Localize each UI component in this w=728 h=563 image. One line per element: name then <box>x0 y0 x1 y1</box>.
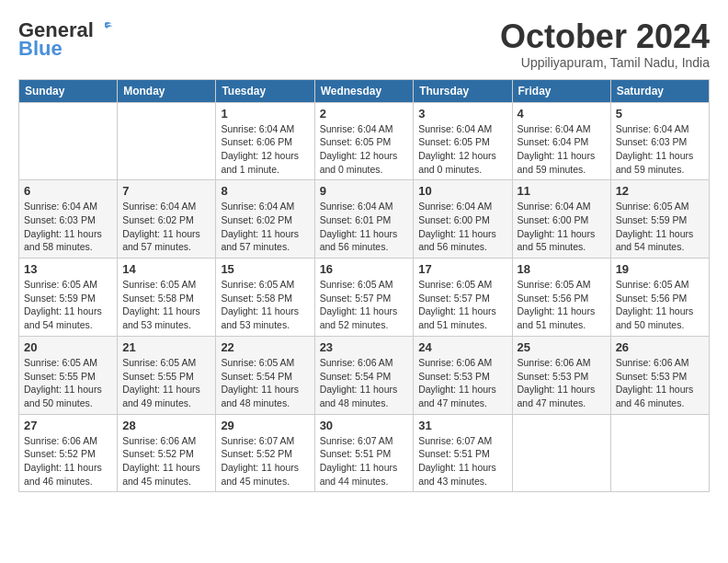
calendar-cell: 24Sunrise: 6:06 AM Sunset: 5:53 PM Dayli… <box>414 336 512 414</box>
calendar-cell: 19Sunrise: 6:05 AM Sunset: 5:56 PM Dayli… <box>610 259 709 337</box>
calendar-cell: 31Sunrise: 6:07 AM Sunset: 5:51 PM Dayli… <box>414 414 512 492</box>
logo-bird-icon <box>96 21 114 36</box>
day-number: 29 <box>221 419 309 432</box>
calendar-cell <box>610 414 709 492</box>
day-number: 22 <box>221 340 309 354</box>
day-info: Sunrise: 6:04 AM Sunset: 6:02 PM Dayligh… <box>122 200 210 254</box>
day-number: 4 <box>518 107 606 121</box>
day-info: Sunrise: 6:05 AM Sunset: 5:58 PM Dayligh… <box>122 278 210 332</box>
calendar-cell: 13Sunrise: 6:05 AM Sunset: 5:59 PM Dayli… <box>19 259 118 337</box>
calendar-cell: 26Sunrise: 6:06 AM Sunset: 5:53 PM Dayli… <box>610 336 709 414</box>
calendar-cell: 8Sunrise: 6:04 AM Sunset: 6:02 PM Daylig… <box>216 180 314 259</box>
calendar-cell <box>512 414 610 492</box>
day-info: Sunrise: 6:04 AM Sunset: 6:00 PM Dayligh… <box>518 200 606 254</box>
day-number: 6 <box>24 184 112 198</box>
day-number: 15 <box>221 262 309 276</box>
calendar-cell: 27Sunrise: 6:06 AM Sunset: 5:52 PM Dayli… <box>19 414 118 492</box>
day-info: Sunrise: 6:04 AM Sunset: 6:02 PM Dayligh… <box>221 200 309 254</box>
day-number: 24 <box>418 340 506 354</box>
calendar-cell: 5Sunrise: 6:04 AM Sunset: 6:03 PM Daylig… <box>610 102 709 180</box>
day-info: Sunrise: 6:04 AM Sunset: 6:06 PM Dayligh… <box>221 122 309 177</box>
calendar-cell: 9Sunrise: 6:04 AM Sunset: 6:01 PM Daylig… <box>314 180 414 259</box>
weekday-header-monday: Monday <box>118 79 216 102</box>
title-block: October 2024 Uppiliyapuram, Tamil Nadu, … <box>500 18 710 70</box>
calendar-cell: 11Sunrise: 6:04 AM Sunset: 6:00 PM Dayli… <box>512 180 610 259</box>
day-info: Sunrise: 6:06 AM Sunset: 5:54 PM Dayligh… <box>320 356 409 410</box>
logo: General Blue <box>18 18 114 61</box>
calendar-cell: 18Sunrise: 6:05 AM Sunset: 5:56 PM Dayli… <box>512 259 610 337</box>
day-number: 26 <box>616 340 704 354</box>
day-number: 25 <box>518 340 606 354</box>
day-number: 9 <box>320 184 409 198</box>
day-info: Sunrise: 6:06 AM Sunset: 5:53 PM Dayligh… <box>518 356 606 410</box>
weekday-header-friday: Friday <box>512 79 610 102</box>
calendar-cell: 20Sunrise: 6:05 AM Sunset: 5:55 PM Dayli… <box>19 336 118 414</box>
page-header: General Blue October 2024 Uppiliyapuram,… <box>18 18 710 70</box>
weekday-header-saturday: Saturday <box>610 79 709 102</box>
calendar-cell: 21Sunrise: 6:05 AM Sunset: 5:55 PM Dayli… <box>118 336 216 414</box>
calendar-cell: 29Sunrise: 6:07 AM Sunset: 5:52 PM Dayli… <box>216 414 314 492</box>
calendar-cell: 23Sunrise: 6:06 AM Sunset: 5:54 PM Dayli… <box>314 336 414 414</box>
day-info: Sunrise: 6:05 AM Sunset: 5:55 PM Dayligh… <box>24 356 112 410</box>
day-number: 17 <box>418 262 506 276</box>
day-number: 31 <box>418 419 506 432</box>
calendar-cell: 14Sunrise: 6:05 AM Sunset: 5:58 PM Dayli… <box>118 259 216 337</box>
day-info: Sunrise: 6:04 AM Sunset: 6:03 PM Dayligh… <box>616 122 704 177</box>
day-info: Sunrise: 6:05 AM Sunset: 5:59 PM Dayligh… <box>616 200 704 254</box>
day-number: 8 <box>221 184 309 198</box>
calendar-cell: 16Sunrise: 6:05 AM Sunset: 5:57 PM Dayli… <box>314 259 414 337</box>
day-info: Sunrise: 6:05 AM Sunset: 5:57 PM Dayligh… <box>418 278 506 332</box>
day-number: 19 <box>616 262 704 276</box>
calendar-cell <box>118 102 216 180</box>
calendar-cell: 6Sunrise: 6:04 AM Sunset: 6:03 PM Daylig… <box>19 180 118 259</box>
calendar-cell: 2Sunrise: 6:04 AM Sunset: 6:05 PM Daylig… <box>314 102 414 180</box>
day-info: Sunrise: 6:04 AM Sunset: 6:05 PM Dayligh… <box>320 122 409 177</box>
logo-blue: Blue <box>18 37 63 61</box>
calendar-week-4: 20Sunrise: 6:05 AM Sunset: 5:55 PM Dayli… <box>19 336 710 414</box>
day-number: 7 <box>122 184 210 198</box>
calendar-week-2: 6Sunrise: 6:04 AM Sunset: 6:03 PM Daylig… <box>19 180 710 259</box>
calendar-cell: 4Sunrise: 6:04 AM Sunset: 6:04 PM Daylig… <box>512 102 610 180</box>
day-info: Sunrise: 6:07 AM Sunset: 5:52 PM Dayligh… <box>221 434 309 488</box>
day-number: 21 <box>122 340 210 354</box>
day-info: Sunrise: 6:06 AM Sunset: 5:52 PM Dayligh… <box>24 434 112 488</box>
calendar-cell: 22Sunrise: 6:05 AM Sunset: 5:54 PM Dayli… <box>216 336 314 414</box>
day-info: Sunrise: 6:05 AM Sunset: 5:58 PM Dayligh… <box>221 278 309 332</box>
day-number: 27 <box>24 419 112 432</box>
calendar-cell: 7Sunrise: 6:04 AM Sunset: 6:02 PM Daylig… <box>118 180 216 259</box>
day-number: 2 <box>320 107 409 121</box>
calendar-cell: 1Sunrise: 6:04 AM Sunset: 6:06 PM Daylig… <box>216 102 314 180</box>
day-number: 18 <box>518 262 606 276</box>
weekday-header-sunday: Sunday <box>19 79 118 102</box>
calendar-cell <box>19 102 118 180</box>
calendar-week-5: 27Sunrise: 6:06 AM Sunset: 5:52 PM Dayli… <box>19 414 710 492</box>
calendar-cell: 10Sunrise: 6:04 AM Sunset: 6:00 PM Dayli… <box>414 180 512 259</box>
day-info: Sunrise: 6:05 AM Sunset: 5:55 PM Dayligh… <box>122 356 210 410</box>
calendar-cell: 25Sunrise: 6:06 AM Sunset: 5:53 PM Dayli… <box>512 336 610 414</box>
calendar-cell: 3Sunrise: 6:04 AM Sunset: 6:05 PM Daylig… <box>414 102 512 180</box>
day-number: 30 <box>320 419 409 432</box>
day-info: Sunrise: 6:05 AM Sunset: 5:57 PM Dayligh… <box>320 278 409 332</box>
day-info: Sunrise: 6:05 AM Sunset: 5:59 PM Dayligh… <box>24 278 112 332</box>
day-number: 20 <box>24 340 112 354</box>
weekday-header-thursday: Thursday <box>414 79 512 102</box>
day-number: 13 <box>24 262 112 276</box>
calendar-week-3: 13Sunrise: 6:05 AM Sunset: 5:59 PM Dayli… <box>19 259 710 337</box>
calendar-cell: 17Sunrise: 6:05 AM Sunset: 5:57 PM Dayli… <box>414 259 512 337</box>
month-title: October 2024 <box>500 18 710 55</box>
day-info: Sunrise: 6:06 AM Sunset: 5:52 PM Dayligh… <box>122 434 210 488</box>
weekday-header-wednesday: Wednesday <box>314 79 414 102</box>
day-number: 28 <box>122 419 210 432</box>
day-info: Sunrise: 6:04 AM Sunset: 6:00 PM Dayligh… <box>418 200 506 254</box>
day-number: 1 <box>221 107 309 121</box>
calendar-cell: 30Sunrise: 6:07 AM Sunset: 5:51 PM Dayli… <box>314 414 414 492</box>
day-info: Sunrise: 6:07 AM Sunset: 5:51 PM Dayligh… <box>320 434 409 488</box>
weekday-header-tuesday: Tuesday <box>216 79 314 102</box>
day-info: Sunrise: 6:04 AM Sunset: 6:04 PM Dayligh… <box>518 122 606 177</box>
day-number: 23 <box>320 340 409 354</box>
calendar-cell: 15Sunrise: 6:05 AM Sunset: 5:58 PM Dayli… <box>216 259 314 337</box>
day-number: 11 <box>518 184 606 198</box>
day-info: Sunrise: 6:05 AM Sunset: 5:56 PM Dayligh… <box>616 278 704 332</box>
day-info: Sunrise: 6:04 AM Sunset: 6:05 PM Dayligh… <box>418 122 506 177</box>
day-number: 12 <box>616 184 704 198</box>
